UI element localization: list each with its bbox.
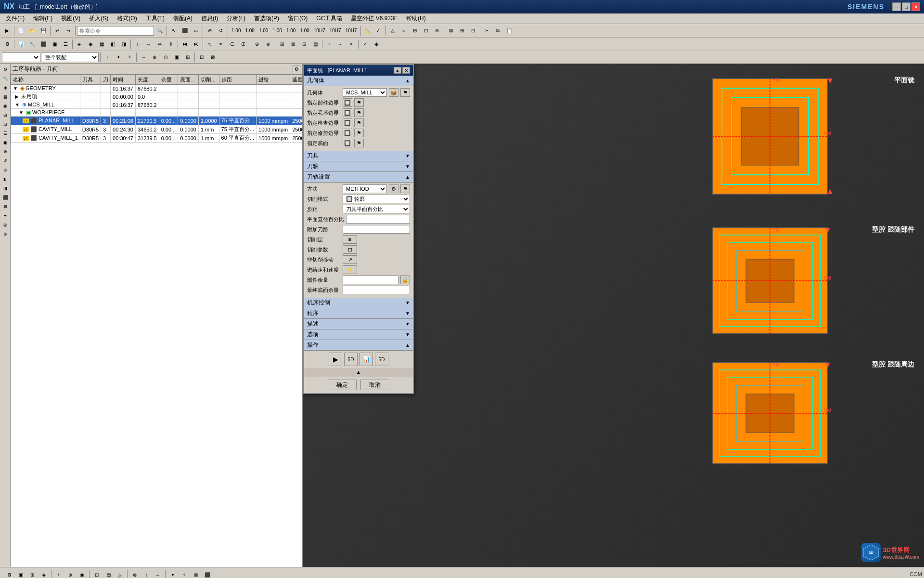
btb-10[interactable]: △ xyxy=(115,570,125,578)
tb-c4[interactable]: → xyxy=(138,52,149,63)
tb-r19[interactable]: ∈ xyxy=(227,39,237,50)
tb-more-btn2[interactable]: ⊡ xyxy=(421,26,431,36)
btb-17[interactable]: ⬛ xyxy=(202,570,213,578)
geom-body-select[interactable]: MCS_MILL xyxy=(343,88,387,97)
left-icon-17[interactable]: ✦ xyxy=(1,211,10,220)
tb-more-btn1[interactable]: ⊞ xyxy=(410,26,420,36)
tb-r31[interactable]: ◉ xyxy=(371,39,382,50)
cam-dialog-close-btn[interactable]: ✕ xyxy=(402,67,410,74)
tb-r4[interactable]: ▣ xyxy=(49,39,60,50)
specify-part-flag-btn[interactable]: ⚑ xyxy=(354,98,364,107)
action-5d-2-btn[interactable]: 5D xyxy=(375,353,388,366)
menu-item-format[interactable]: 格式(O) xyxy=(113,13,141,24)
table-row[interactable]: ▼ ▣ WORKPIECE xyxy=(11,109,303,117)
left-icon-6[interactable]: ⊞ xyxy=(1,111,10,119)
tb-start-btn[interactable]: ▶ xyxy=(2,26,13,36)
program-section-header[interactable]: 程序 ▼ xyxy=(304,308,413,319)
left-icon-5[interactable]: ◉ xyxy=(1,102,10,110)
view-select[interactable]: 整个装配 xyxy=(41,53,99,62)
btb-12[interactable]: ↕ xyxy=(141,570,152,578)
tb-c5[interactable]: ⊕ xyxy=(149,52,160,63)
maximize-button[interactable]: □ xyxy=(902,2,911,11)
tb-select-btn[interactable]: ↖ xyxy=(168,26,179,36)
specify-trim-flag-btn[interactable]: ⚑ xyxy=(354,129,364,137)
left-icon-3[interactable]: ◈ xyxy=(1,83,10,92)
specify-trim-geo-btn[interactable]: 🔲 xyxy=(343,129,352,137)
left-icon-13[interactable]: ◧ xyxy=(1,175,10,184)
tb-r16[interactable]: ⧔ xyxy=(191,39,201,50)
action-generate-btn[interactable]: ▶ xyxy=(329,353,342,366)
config-select[interactable] xyxy=(2,53,40,62)
menu-item-prefs[interactable]: 首选项(P) xyxy=(250,13,283,24)
tb-c10[interactable]: ⊠ xyxy=(207,52,218,63)
btb-14[interactable]: ✦ xyxy=(167,570,178,578)
tb-box-btn[interactable]: ▭ xyxy=(191,26,201,36)
tb-c6[interactable]: ◎ xyxy=(160,52,171,63)
specify-blank-geo-btn[interactable]: 🔲 xyxy=(343,108,352,117)
tool-section-header[interactable]: 刀具 ▼ xyxy=(304,151,413,161)
tb-r7[interactable]: ◉ xyxy=(85,39,96,50)
btb-2[interactable]: ▣ xyxy=(15,570,26,578)
final-floor-input[interactable]: 0.00000 xyxy=(343,286,410,294)
tb-r30[interactable]: ✓ xyxy=(360,39,371,50)
nav-table-container[interactable]: 名称 刀具 刀 时间 长度 余量 底面... 切削... 步距 进给 速度 xyxy=(11,75,302,567)
tb-dim-btn[interactable]: 📐 xyxy=(362,26,373,36)
tb-save-btn[interactable]: 💾 xyxy=(38,26,49,36)
tb-r9[interactable]: ◧ xyxy=(107,39,118,50)
tb-r24[interactable]: ⊠ xyxy=(288,39,298,50)
left-icon-16[interactable]: ⊠ xyxy=(1,202,10,211)
tb-r28[interactable]: - xyxy=(335,39,346,50)
specify-floor-flag-btn[interactable]: ⚑ xyxy=(354,139,364,147)
actions-section-header[interactable]: 操作 ▲ xyxy=(304,340,413,351)
method-icon-btn[interactable]: ⚙ xyxy=(389,184,398,193)
close-button[interactable]: ✕ xyxy=(911,2,920,11)
menu-item-window[interactable]: 窗口(O) xyxy=(284,13,311,24)
specify-check-flag-btn[interactable]: ⚑ xyxy=(354,118,364,127)
left-icon-10[interactable]: ⊗ xyxy=(1,147,10,156)
left-icon-11[interactable]: ↺ xyxy=(1,157,10,165)
menu-item-insert[interactable]: 插入(S) xyxy=(85,13,112,24)
tb-r5[interactable]: ☰ xyxy=(60,39,71,50)
cut-pattern-select[interactable]: 🔲 轮廓 xyxy=(343,195,410,203)
tb-c3[interactable]: ✧ xyxy=(124,52,135,63)
tb-r20[interactable]: ∉ xyxy=(238,39,248,50)
table-row[interactable]: ▼ ⊕ MCS_MILL 01:16:37 87680.2 xyxy=(11,101,303,109)
tb-r10[interactable]: ◨ xyxy=(118,39,129,50)
menu-item-edit[interactable]: 编辑(E) xyxy=(29,13,56,24)
tb-c7[interactable]: ▣ xyxy=(171,52,182,63)
tb-angle-btn[interactable]: ∠ xyxy=(373,26,384,36)
menu-item-view[interactable]: 视图(V) xyxy=(57,13,84,24)
tb-undo-btn[interactable]: ↩ xyxy=(52,26,63,36)
left-icon-19[interactable]: ⊗ xyxy=(1,230,10,238)
dialog-ok-button[interactable]: 确定 xyxy=(328,380,357,390)
tb-r18[interactable]: ≈ xyxy=(216,39,226,50)
menu-item-assembly[interactable]: 装配(A) xyxy=(169,13,196,24)
tb-ops-btn[interactable]: ⚙ xyxy=(2,39,13,50)
table-row-planar-mill[interactable]: ↓↑ ⬛ PLANAR_MILL D30R5 3 00:21:08 21790.… xyxy=(11,117,303,125)
tb-r12[interactable]: ↔ xyxy=(143,39,154,50)
action-5d-btn[interactable]: 5D xyxy=(344,353,358,366)
tb-more-btn4[interactable]: ⊠ xyxy=(446,26,456,36)
tb-paste-btn[interactable]: 📋 xyxy=(504,26,514,36)
specify-floor-geo-btn[interactable]: 🔲 xyxy=(343,139,352,147)
flat-dia-pct-input[interactable]: 75.0000 xyxy=(346,215,410,223)
method-flag-btn[interactable]: ⚑ xyxy=(400,184,410,193)
left-icon-8[interactable]: ☰ xyxy=(1,129,10,138)
tb-r25[interactable]: ⊡ xyxy=(299,39,309,50)
menu-item-info[interactable]: 信息(I) xyxy=(197,13,222,24)
left-icon-2[interactable]: 🔧 xyxy=(1,74,10,83)
tb-r8[interactable]: ▦ xyxy=(96,39,107,50)
btb-16[interactable]: ⊠ xyxy=(191,570,201,578)
tb-r22[interactable]: ⊗ xyxy=(263,39,273,50)
left-icon-15[interactable]: ⬛ xyxy=(1,193,10,202)
tb-r21[interactable]: ⊕ xyxy=(252,39,262,50)
geom-body-flag-btn[interactable]: ⚑ xyxy=(400,88,410,97)
specify-blank-flag-btn[interactable]: ⚑ xyxy=(354,108,364,117)
menu-item-analysis[interactable]: 分析(L) xyxy=(223,13,249,24)
geometry-section-header[interactable]: 几何体 ▲ xyxy=(304,76,413,86)
tb-r13[interactable]: ⇔ xyxy=(154,39,165,50)
tb-redo-btn[interactable]: ↪ xyxy=(63,26,74,36)
tb-move-btn[interactable]: ⊕ xyxy=(205,26,215,36)
left-icon-14[interactable]: ◨ xyxy=(1,184,10,193)
table-row[interactable]: ▼ ◈ GEOMETRY 01:16:37 87680.2 xyxy=(11,85,303,92)
